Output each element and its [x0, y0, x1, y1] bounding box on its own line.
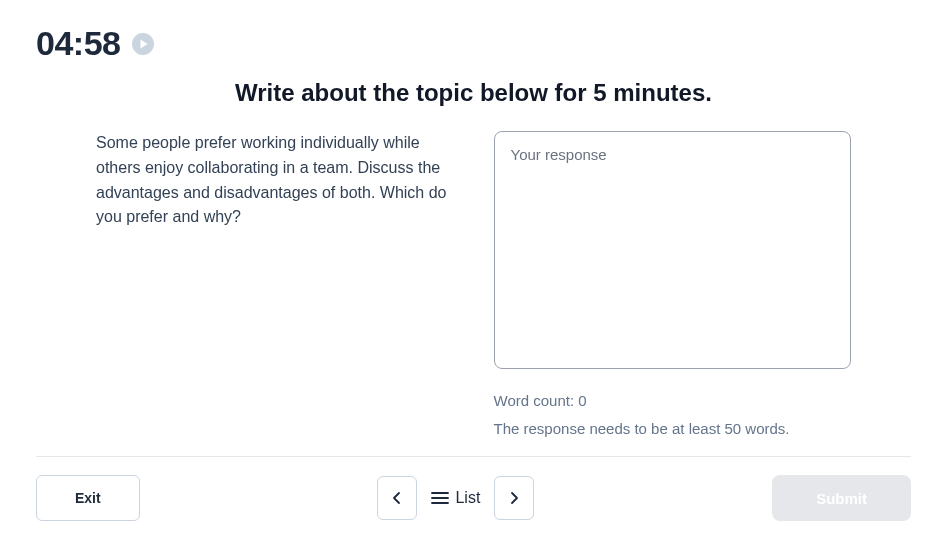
submit-button[interactable]: Submit: [772, 475, 911, 521]
min-words-note: The response needs to be at least 50 wor…: [494, 415, 852, 443]
word-count-label: Word count: 0: [494, 387, 852, 415]
timer-display: 04:58: [36, 24, 120, 63]
prompt-text: Some people prefer working individually …: [96, 131, 454, 230]
list-button[interactable]: List: [427, 481, 484, 515]
prev-button[interactable]: [377, 476, 417, 520]
play-icon: [132, 33, 154, 55]
chevron-left-icon: [390, 491, 404, 505]
list-label: List: [455, 489, 480, 507]
response-textarea[interactable]: [494, 131, 852, 369]
footer-divider: [36, 456, 911, 457]
next-button[interactable]: [494, 476, 534, 520]
play-button[interactable]: [132, 33, 154, 55]
chevron-right-icon: [507, 491, 521, 505]
instruction-heading: Write about the topic below for 5 minute…: [0, 79, 947, 107]
list-icon: [431, 491, 449, 505]
exit-button[interactable]: Exit: [36, 475, 140, 521]
